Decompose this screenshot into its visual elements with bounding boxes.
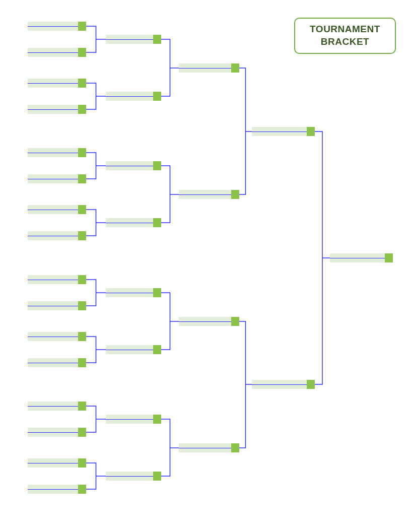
slot-r3-4[interactable] xyxy=(179,443,239,452)
seed-tab xyxy=(78,79,86,88)
slot-r2-1[interactable] xyxy=(106,35,161,44)
slot-r1-16[interactable] xyxy=(28,485,86,494)
seed-tab xyxy=(307,127,315,136)
seed-tab xyxy=(78,48,86,57)
slot-r1-3[interactable] xyxy=(28,79,86,88)
slot-r2-6[interactable] xyxy=(106,345,161,354)
slot-r1-9[interactable] xyxy=(28,275,86,284)
slot-r1-14[interactable] xyxy=(28,428,86,437)
seed-tab xyxy=(78,105,86,114)
seed-tab xyxy=(78,358,86,367)
slot-r4-1[interactable] xyxy=(252,127,315,136)
slot-r1-12[interactable] xyxy=(28,358,86,367)
seed-tab xyxy=(153,288,161,297)
slot-r4-2[interactable] xyxy=(252,380,315,389)
slot-r1-2[interactable] xyxy=(28,48,86,57)
slot-r1-5[interactable] xyxy=(28,148,86,157)
seed-tab xyxy=(78,332,86,341)
slot-r1-1[interactable] xyxy=(28,22,86,31)
bracket-title: TOURNAMENT BRACKET xyxy=(294,18,396,54)
slot-r1-15[interactable] xyxy=(28,458,86,468)
seed-tab xyxy=(307,380,315,389)
seed-tab xyxy=(78,301,86,310)
slot-r3-2[interactable] xyxy=(179,190,239,199)
slot-r1-10[interactable] xyxy=(28,301,86,310)
seed-tab xyxy=(231,443,239,452)
seed-tab xyxy=(78,231,86,240)
seed-tab xyxy=(78,402,86,411)
slot-r1-11[interactable] xyxy=(28,332,86,341)
seed-tab xyxy=(231,63,239,73)
seed-tab xyxy=(153,35,161,44)
slot-r2-8[interactable] xyxy=(106,472,161,481)
seed-tab xyxy=(78,428,86,437)
seed-tab xyxy=(78,148,86,157)
seed-tab xyxy=(153,472,161,481)
seed-tab xyxy=(153,345,161,354)
seed-tab xyxy=(78,174,86,183)
slot-r2-7[interactable] xyxy=(106,415,161,424)
slot-r5-1[interactable] xyxy=(330,253,393,262)
slot-r2-2[interactable] xyxy=(106,92,161,101)
slot-r2-5[interactable] xyxy=(106,288,161,297)
slot-r3-3[interactable] xyxy=(179,317,239,326)
seed-tab xyxy=(385,253,393,262)
seed-tab xyxy=(231,190,239,199)
seed-tab xyxy=(231,317,239,326)
seed-tab xyxy=(78,458,86,468)
slot-r3-1[interactable] xyxy=(179,63,239,73)
slot-r2-4[interactable] xyxy=(106,218,161,227)
slot-r2-3[interactable] xyxy=(106,161,161,170)
seed-tab xyxy=(153,161,161,170)
slot-r1-6[interactable] xyxy=(28,174,86,183)
seed-tab xyxy=(78,205,86,214)
title-line1: TOURNAMENT xyxy=(310,23,380,36)
seed-tab xyxy=(78,22,86,31)
seed-tab xyxy=(78,485,86,494)
seed-tab xyxy=(153,415,161,424)
slot-r1-4[interactable] xyxy=(28,105,86,114)
title-line2: BRACKET xyxy=(321,36,369,48)
slot-r1-8[interactable] xyxy=(28,231,86,240)
seed-tab xyxy=(153,92,161,101)
seed-tab xyxy=(153,218,161,227)
slot-r1-13[interactable] xyxy=(28,402,86,411)
slot-r1-7[interactable] xyxy=(28,205,86,214)
seed-tab xyxy=(78,275,86,284)
